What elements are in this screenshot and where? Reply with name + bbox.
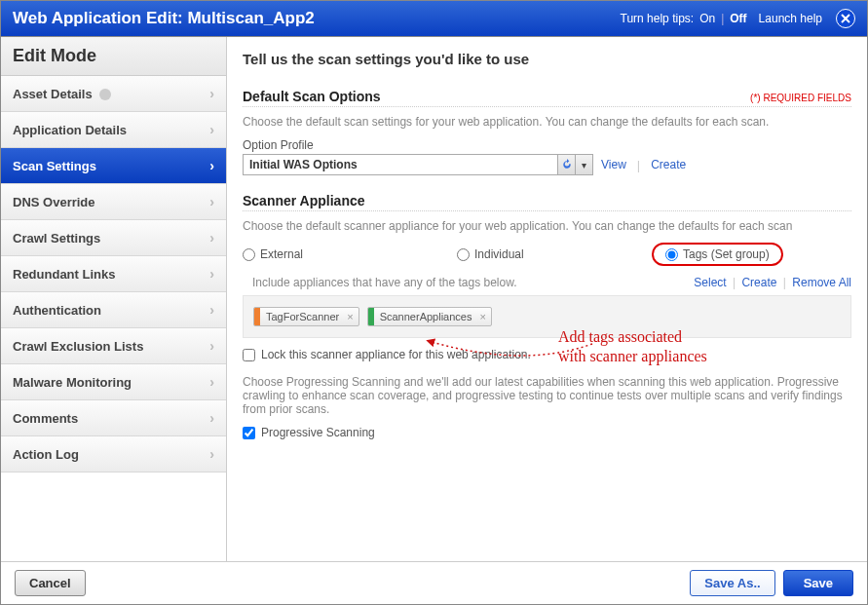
chevron-right-icon: ›	[209, 302, 214, 318]
sidebar-item-label: DNS Override	[13, 195, 95, 209]
sidebar-item-label: Scan Settings	[13, 159, 96, 173]
sidebar-item-crawl-exclusion-lists[interactable]: Crawl Exclusion Lists ›	[1, 328, 226, 364]
create-tag-link[interactable]: Create	[741, 276, 776, 289]
page-title: Tell us the scan settings you'd like to …	[243, 51, 851, 67]
lock-appliance-checkbox[interactable]: Lock this scanner appliance for this web…	[243, 348, 851, 361]
sidebar-item-comments[interactable]: Comments ›	[1, 400, 226, 436]
help-tips-label: Turn help tips:	[621, 12, 695, 25]
window-title: Web Application Edit: Multiscan_App2	[13, 9, 315, 28]
chevron-down-icon: ▾	[582, 160, 586, 170]
chevron-right-icon: ›	[209, 446, 214, 462]
radio-tags-input[interactable]	[665, 248, 678, 261]
main-panel: Tell us the scan settings you'd like to …	[227, 37, 867, 561]
chevron-right-icon: ›	[209, 194, 214, 209]
radio-label: Individual	[474, 247, 524, 261]
window: Web Application Edit: Multiscan_App2 Tur…	[0, 0, 868, 605]
refresh-icon	[561, 159, 573, 170]
sidebar-item-label: Crawl Settings	[13, 231, 100, 246]
sidebar-item-application-details[interactable]: Application Details ›	[1, 112, 226, 148]
sidebar-item-malware-monitoring[interactable]: Malware Monitoring ›	[1, 364, 226, 400]
option-profile-input[interactable]	[244, 155, 557, 174]
sidebar-item-dns-override[interactable]: DNS Override ›	[1, 184, 226, 220]
option-profile-row: ▾ View | Create	[243, 154, 851, 175]
scanner-appliance-help: Choose the default scanner appliance for…	[243, 219, 851, 233]
progressive-help: Choose Progressing Scanning and we'll ad…	[243, 375, 851, 416]
sidebar-item-label: Asset Details	[13, 87, 93, 101]
radio-individual[interactable]: Individual	[457, 247, 652, 261]
help-tips-off[interactable]: Off	[730, 12, 746, 25]
sidebar-item-action-log[interactable]: Action Log ›	[1, 436, 226, 473]
chevron-right-icon: ›	[209, 230, 214, 246]
dropdown-button[interactable]: ▾	[575, 155, 592, 174]
annotation-highlight: Tags (Set group)	[652, 243, 783, 266]
sidebar-item-label: Authentication	[13, 303, 101, 318]
sidebar-item-label: Crawl Exclusion Lists	[13, 339, 143, 354]
separator: |	[637, 158, 640, 172]
chevron-right-icon: ›	[209, 86, 214, 101]
chevron-right-icon: ›	[209, 338, 214, 354]
close-button[interactable]	[836, 9, 855, 28]
progressive-scanning-input[interactable]	[243, 427, 255, 439]
sidebar-heading: Edit Mode	[1, 37, 226, 76]
lock-appliance-input[interactable]	[243, 349, 255, 361]
section-default-scan-title: Default Scan Options (*) REQUIRED FIELDS	[243, 89, 851, 107]
sidebar-item-label: Comments	[13, 411, 78, 426]
tag-remove-icon[interactable]: ×	[477, 311, 490, 322]
sidebar-item-asset-details[interactable]: Asset Details ›	[1, 76, 226, 112]
radio-label: External	[260, 247, 303, 261]
progressive-scanning-checkbox[interactable]: Progressive Scanning	[243, 426, 851, 439]
chevron-right-icon: ›	[209, 158, 214, 173]
titlebar: Web Application Edit: Multiscan_App2 Tur…	[1, 1, 867, 37]
tag-subrow: Include appliances that have any of the …	[252, 276, 851, 289]
tag-label: ScannerAppliances	[374, 308, 478, 325]
lock-appliance-label: Lock this scanner appliance for this web…	[261, 348, 531, 361]
radio-external-input[interactable]	[243, 248, 255, 261]
view-link[interactable]: View	[601, 158, 626, 171]
cancel-button[interactable]: Cancel	[15, 570, 86, 596]
remove-all-link[interactable]: Remove All	[792, 276, 851, 289]
sidebar-item-scan-settings[interactable]: Scan Settings ›	[1, 148, 226, 184]
chevron-right-icon: ›	[209, 410, 214, 426]
sidebar-item-label: Redundant Links	[13, 267, 115, 282]
sidebar-item-redundant-links[interactable]: Redundant Links ›	[1, 256, 226, 292]
section-scanner-appliance-title: Scanner Appliance	[243, 193, 851, 211]
footer-right: Save As.. Save	[690, 570, 853, 596]
option-profile-combo[interactable]: ▾	[243, 154, 593, 175]
chevron-right-icon: ›	[209, 374, 214, 390]
launch-help-link[interactable]: Launch help	[759, 12, 822, 25]
sidebar-item-crawl-settings[interactable]: Crawl Settings ›	[1, 220, 226, 256]
sidebar-item-label: Action Log	[13, 447, 79, 462]
appliance-radio-row: External Individual Tags (Set group)	[243, 243, 851, 266]
save-button[interactable]: Save	[783, 570, 853, 596]
save-as-button[interactable]: Save As..	[690, 570, 774, 596]
create-link[interactable]: Create	[651, 158, 686, 171]
radio-tags[interactable]: Tags (Set group)	[665, 247, 770, 261]
select-link[interactable]: Select	[694, 276, 726, 289]
radio-label: Tags (Set group)	[683, 247, 770, 261]
tag-include-label: Include appliances that have any of the …	[252, 276, 517, 289]
sidebar-item-label: Malware Monitoring	[13, 375, 132, 390]
help-tips-on[interactable]: On	[699, 12, 715, 25]
sidebar: Edit Mode Asset Details › Application De…	[1, 37, 227, 561]
separator: |	[721, 12, 724, 25]
radio-external[interactable]: External	[243, 247, 457, 261]
close-icon	[841, 14, 850, 23]
chevron-right-icon: ›	[209, 266, 214, 282]
progressive-scanning-label: Progressive Scanning	[261, 426, 375, 439]
tags-box: TagForScanner × ScannerAppliances ×	[243, 295, 851, 338]
tag-chip[interactable]: ScannerAppliances ×	[367, 307, 492, 326]
footer: Cancel Save As.. Save	[1, 561, 867, 604]
tag-label: TagForScanner	[260, 308, 345, 325]
titlebar-controls: Turn help tips: On | Off Launch help	[621, 9, 855, 28]
required-note: (*) REQUIRED FIELDS	[750, 93, 851, 103]
chevron-right-icon: ›	[209, 122, 214, 137]
refresh-button[interactable]	[557, 155, 575, 174]
radio-individual-input[interactable]	[457, 248, 470, 261]
default-scan-help: Choose the default scan settings for you…	[243, 115, 851, 129]
sidebar-item-label: Application Details	[13, 123, 127, 137]
tag-chip[interactable]: TagForScanner ×	[253, 307, 359, 326]
tag-remove-icon[interactable]: ×	[345, 311, 358, 322]
tag-actions: Select | Create | Remove All	[694, 276, 851, 289]
globe-icon	[99, 89, 111, 100]
sidebar-item-authentication[interactable]: Authentication ›	[1, 292, 226, 328]
